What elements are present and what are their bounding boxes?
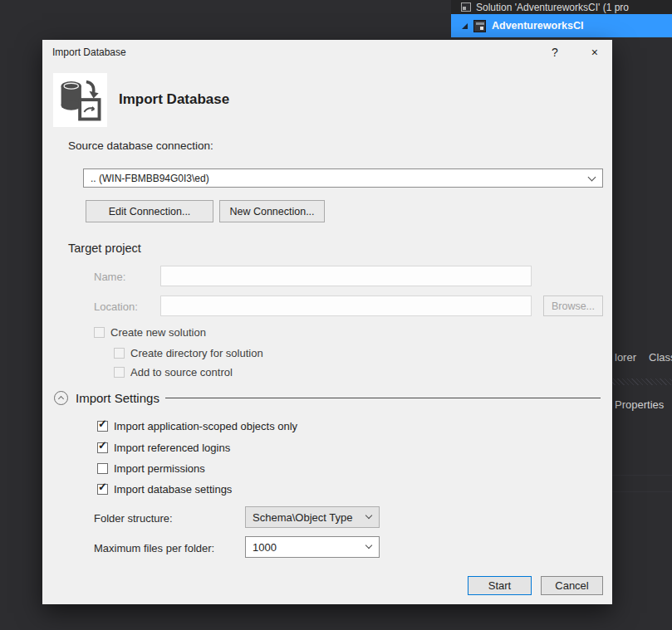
source-connection-value: .. (WIN-FBMBB94G0I3\ed) <box>91 173 209 184</box>
expanded-arrow-icon[interactable] <box>462 23 468 29</box>
close-button[interactable]: × <box>591 46 598 59</box>
import-referenced-logins-label: Import referenced logins <box>114 442 230 454</box>
location-input[interactable] <box>160 295 532 316</box>
tab-solution-explorer-partial[interactable]: lorer <box>615 351 636 364</box>
dialog-title: Import Database <box>52 46 552 58</box>
import-database-settings-checkbox[interactable]: ✓ Import database settings <box>97 483 232 496</box>
solution-explorer-panel: Solution 'AdventureworksCI' (1 pro Adven… <box>451 0 672 37</box>
create-directory-label: Create directory for solution <box>130 347 263 359</box>
import-app-scoped-checkbox[interactable]: ✓ Import application-scoped objects only <box>97 420 297 432</box>
help-button[interactable]: ? <box>552 46 558 59</box>
start-button[interactable]: Start <box>468 576 532 595</box>
tool-window-tabs: lorer Class <box>615 351 672 364</box>
dialog-titlebar[interactable]: Import Database ? × <box>42 40 612 65</box>
tab-class-view-partial[interactable]: Class <box>649 351 672 364</box>
import-database-icon <box>53 73 107 127</box>
solution-icon <box>461 2 471 12</box>
source-connection-dropdown[interactable]: .. (WIN-FBMBB94G0I3\ed) <box>83 168 603 188</box>
import-database-dialog: Import Database ? × Import Database Sour… <box>42 40 612 604</box>
folder-structure-dropdown[interactable]: Schema\Object Type <box>245 506 380 528</box>
chevron-down-icon <box>588 173 596 181</box>
import-permissions-label: Import permissions <box>114 462 205 475</box>
add-source-control-label: Add to source control <box>130 366 233 378</box>
project-node-selected[interactable]: AdventureworksCI <box>451 14 672 37</box>
max-files-label: Maximum files per folder: <box>94 542 214 554</box>
import-settings-heading: Import Settings <box>76 391 159 405</box>
project-node-label: AdventureworksCI <box>492 20 583 32</box>
chevron-down-icon <box>365 542 372 549</box>
target-project-heading: Target project <box>68 242 141 255</box>
checkbox-icon[interactable]: ✓ <box>97 442 108 453</box>
max-files-value: 1000 <box>253 541 277 554</box>
vs-dark-background: Solution 'AdventureworksCI' (1 pro Adven… <box>0 0 672 630</box>
checkbox-icon[interactable]: ✓ <box>97 484 108 495</box>
import-referenced-logins-checkbox[interactable]: ✓ Import referenced logins <box>97 442 230 454</box>
checkbox-icon[interactable] <box>97 463 108 474</box>
max-files-dropdown[interactable]: 1000 <box>245 536 380 558</box>
add-source-control-checkbox[interactable]: Add to source control <box>114 366 233 378</box>
database-project-icon <box>473 20 486 32</box>
panel-row-divider <box>612 475 672 476</box>
panel-row-divider <box>612 491 672 492</box>
database-import-glyph <box>59 79 102 122</box>
import-permissions-checkbox[interactable]: Import permissions <box>97 462 205 475</box>
checkbox-icon[interactable] <box>94 327 105 338</box>
browse-button[interactable]: Browse... <box>543 295 603 316</box>
create-new-solution-checkbox[interactable]: Create new solution <box>94 326 206 339</box>
name-label: Name: <box>94 271 125 283</box>
location-label: Location: <box>94 300 138 313</box>
create-directory-checkbox[interactable]: Create directory for solution <box>114 347 263 359</box>
import-database-settings-label: Import database settings <box>114 483 232 496</box>
section-divider <box>165 398 601 398</box>
import-app-scoped-label: Import application-scoped objects only <box>114 420 297 432</box>
folder-structure-label: Folder structure: <box>94 512 173 525</box>
cancel-button[interactable]: Cancel <box>541 576 603 595</box>
solution-node-label: Solution 'AdventureworksCI' (1 pro <box>476 2 629 13</box>
solution-node[interactable]: Solution 'AdventureworksCI' (1 pro <box>451 0 672 14</box>
checkbox-icon[interactable] <box>114 367 125 378</box>
chevron-down-icon <box>365 512 372 519</box>
import-settings-expander[interactable]: Import Settings <box>54 391 601 405</box>
dialog-heading: Import Database <box>119 91 229 108</box>
edit-connection-button[interactable]: Edit Connection... <box>86 200 213 222</box>
new-connection-button[interactable]: New Connection... <box>219 200 325 222</box>
name-input[interactable] <box>160 266 532 286</box>
checkbox-icon[interactable] <box>114 348 125 359</box>
collapse-chevron-icon[interactable] <box>54 391 68 405</box>
properties-panel-title: Properties <box>615 398 664 411</box>
checkbox-icon[interactable]: ✓ <box>97 421 108 432</box>
create-new-solution-label: Create new solution <box>110 326 206 339</box>
source-connection-label: Source database connection: <box>68 139 213 152</box>
folder-structure-value: Schema\Object Type <box>253 511 352 524</box>
